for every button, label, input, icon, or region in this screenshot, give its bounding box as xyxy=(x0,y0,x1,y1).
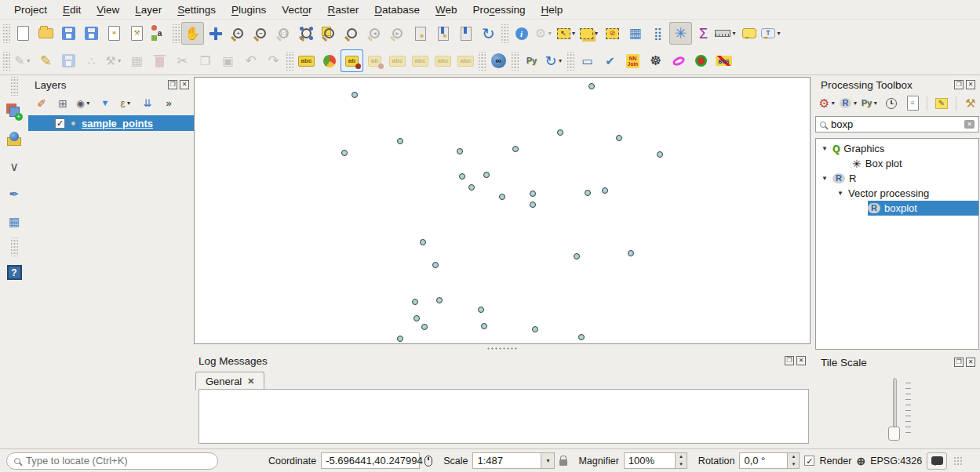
filter-by-expression-button[interactable]: ε▾ xyxy=(116,94,137,113)
search-input[interactable]: boxp xyxy=(831,118,960,130)
menu-project[interactable]: Project xyxy=(6,2,55,18)
tilescale-close-button[interactable]: ✕ xyxy=(966,358,975,367)
new-scratch-layer-button[interactable]: ✒ xyxy=(3,183,26,205)
caret-icon[interactable]: ▼ xyxy=(821,175,829,182)
new-project-button[interactable] xyxy=(12,22,35,45)
open-project-button[interactable] xyxy=(35,22,57,45)
save-project-button[interactable] xyxy=(57,22,80,45)
log-float-button[interactable]: ❐ xyxy=(785,356,794,365)
rotation-spin-buttons[interactable]: ▲▼ xyxy=(788,452,800,469)
scale-combo[interactable]: 1:487 ▾ xyxy=(472,452,555,469)
delete-selected-button[interactable] xyxy=(148,49,171,72)
layers-float-button[interactable]: ❐ xyxy=(168,80,177,89)
show-hidden-labels-button[interactable]: abc xyxy=(386,49,409,72)
menu-layer[interactable]: Layer xyxy=(127,2,169,18)
text-annotation-button[interactable]: T▾ xyxy=(760,22,783,45)
new-layout-button[interactable]: ✶ xyxy=(103,22,126,45)
new-spatialite-layer-button[interactable] xyxy=(3,128,26,151)
data-source-manager-button[interactable] xyxy=(3,100,26,123)
menu-processing[interactable]: Processing xyxy=(465,2,534,18)
plugin-reloader-button[interactable]: ↻▾ xyxy=(543,49,566,72)
tree-item-boxplot[interactable]: Rboxplot xyxy=(868,201,978,216)
layer-visibility-checkbox[interactable]: ✓ xyxy=(55,118,65,129)
tilescale-float-button[interactable]: ❐ xyxy=(954,358,964,367)
menu-database[interactable]: Database xyxy=(366,2,428,18)
toggle-editing-button[interactable]: ✎ xyxy=(35,49,57,72)
pin-labels-button[interactable]: ab xyxy=(341,49,363,72)
save-layer-edits-button[interactable] xyxy=(57,49,80,72)
magnifier-spin-buttons[interactable]: ▲▼ xyxy=(676,452,687,469)
toolbox-options-button[interactable]: ⚒ xyxy=(960,94,980,113)
copy-features-button[interactable]: ❐ xyxy=(194,49,217,72)
plugin-pinwheel-button[interactable]: ☸ xyxy=(644,49,667,72)
plugin-swirl-button[interactable] xyxy=(690,49,712,72)
zoom-in-button[interactable]: + xyxy=(227,22,250,45)
statistical-summary-button[interactable]: Σ xyxy=(692,22,715,45)
layers-overflow-button[interactable]: » xyxy=(158,94,179,113)
toolbox-close-button[interactable]: ✕ xyxy=(966,80,975,89)
history-button[interactable] xyxy=(881,94,902,113)
save-project-as-button[interactable] xyxy=(80,22,103,45)
processing-toolbox-button[interactable]: ✳ xyxy=(669,22,692,45)
move-label-button[interactable]: abc xyxy=(409,49,432,72)
select-by-value-button[interactable]: ▾ xyxy=(578,22,601,45)
change-label-button[interactable]: abc xyxy=(454,49,477,72)
crs-status[interactable]: EPSG:4326 xyxy=(870,456,922,467)
python-scripts-button[interactable]: Py▾ xyxy=(860,94,880,113)
paste-features-button[interactable]: ▣ xyxy=(217,49,239,72)
measure-button[interactable]: ▾ xyxy=(715,22,738,45)
filter-legend-button[interactable]: ▼ xyxy=(95,94,115,113)
metasearch-button[interactable] xyxy=(487,49,510,72)
new-virtual-layer-button[interactable]: ▦ xyxy=(3,210,26,233)
zoom-to-selection-button[interactable] xyxy=(318,22,341,45)
rotation-value[interactable]: 0,0 ° xyxy=(739,452,788,469)
crs-globe-icon[interactable]: ⊕ xyxy=(856,455,865,467)
layer-labeling-button[interactable]: abc xyxy=(295,49,318,72)
menu-view[interactable]: View xyxy=(89,2,127,18)
log-close-button[interactable]: ✕ xyxy=(796,356,806,365)
scale-dropdown-icon[interactable]: ▾ xyxy=(541,452,555,469)
coordinate-field[interactable]: -5.696441,40.247994 xyxy=(321,452,420,469)
menu-raster[interactable]: Raster xyxy=(320,2,367,18)
layer-row-sample-points[interactable]: ✓ sample_points xyxy=(28,115,194,131)
cut-features-button[interactable]: ✂ xyxy=(171,49,194,72)
slider-handle[interactable] xyxy=(888,427,900,441)
map-canvas[interactable] xyxy=(194,77,811,344)
collapse-all-button[interactable]: ⇊ xyxy=(137,94,158,113)
refresh-map-button[interactable]: ↻ xyxy=(477,22,500,45)
resize-grip[interactable] xyxy=(953,456,963,466)
locator-box[interactable] xyxy=(6,452,218,470)
locator-input[interactable] xyxy=(26,455,210,467)
run-feature-action-button[interactable]: ⚙▾ xyxy=(533,22,556,45)
rotation-spin[interactable]: 0,0 ° ▲▼ xyxy=(739,452,800,469)
help-button[interactable]: ? xyxy=(3,261,26,284)
current-edits-button[interactable]: ✎▾ xyxy=(12,49,35,72)
menu-help[interactable]: Help xyxy=(533,2,570,18)
zoom-to-layer-button[interactable] xyxy=(341,22,363,45)
open-layer-styling-button[interactable]: ✐ xyxy=(31,94,52,113)
tree-item-graphics[interactable]: ▼QGraphics xyxy=(816,141,978,156)
magnifier-spin[interactable]: 100% ▲▼ xyxy=(624,452,687,469)
new-shapefile-layer-button[interactable]: ∨ xyxy=(3,155,26,178)
select-features-button[interactable]: ↖▾ xyxy=(556,22,578,45)
tab-close-icon[interactable]: ✕ xyxy=(247,376,254,387)
zoom-native-button[interactable]: 1:1 xyxy=(272,22,295,45)
identify-features-button[interactable]: i xyxy=(510,22,533,45)
toolbox-search[interactable]: boxp ✕ xyxy=(815,116,979,133)
modify-attributes-button[interactable]: ▦ xyxy=(126,49,148,72)
show-bookmarks-button[interactable]: ✶ xyxy=(432,22,454,45)
plugin-button-1[interactable]: ▭ xyxy=(576,49,599,72)
manage-map-themes-button[interactable]: ◉▾ xyxy=(74,94,94,113)
nn-join-plugin-button[interactable]: NN Join xyxy=(621,49,644,72)
tab-general[interactable]: General ✕ xyxy=(195,372,264,390)
zoom-out-button[interactable]: − xyxy=(250,22,272,45)
tree-item-box-plot[interactable]: ✳Box plot xyxy=(816,156,978,171)
pan-map-button[interactable]: ✋ xyxy=(181,22,204,45)
layer-diagram-button[interactable] xyxy=(318,49,341,72)
clear-search-icon[interactable]: ✕ xyxy=(964,120,975,129)
python-console-button[interactable]: Py xyxy=(520,49,543,72)
highlight-pinned-labels-button[interactable]: ab xyxy=(363,49,386,72)
scale-value[interactable]: 1:487 xyxy=(472,452,541,469)
redo-button[interactable]: ↷ xyxy=(262,49,285,72)
tree-item-vector-processing[interactable]: ▼Vector processing xyxy=(816,186,978,201)
